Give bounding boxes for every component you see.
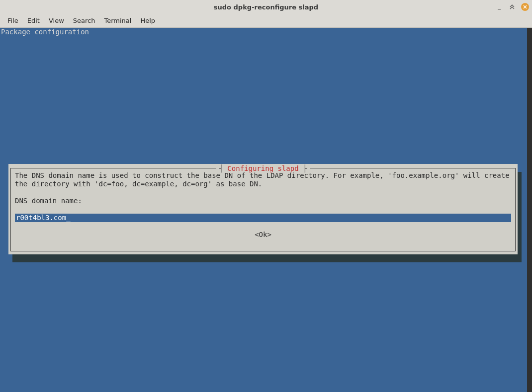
dialog-description: The DNS domain name is used to construct… bbox=[15, 171, 511, 188]
maximize-icon[interactable] bbox=[508, 3, 516, 11]
window-title-bar: sudo dpkg-reconfigure slapd _ bbox=[0, 0, 532, 14]
config-dialog: Configuring slapd The DNS domain name is… bbox=[8, 164, 518, 254]
menu-item-terminal[interactable]: Terminal bbox=[99, 15, 136, 26]
menu-item-search[interactable]: Search bbox=[69, 15, 100, 26]
ok-button[interactable]: <Ok> bbox=[15, 231, 511, 239]
dialog-prompt-label: DNS domain name: bbox=[15, 197, 511, 205]
dns-domain-input[interactable]: r00t4bl3.com bbox=[15, 214, 511, 222]
dialog-title: Configuring slapd bbox=[216, 164, 310, 173]
dialog-frame: Configuring slapd The DNS domain name is… bbox=[10, 168, 516, 251]
close-icon[interactable] bbox=[521, 3, 529, 11]
scrollbar-track[interactable] bbox=[527, 28, 532, 392]
menu-item-edit[interactable]: Edit bbox=[23, 15, 44, 26]
terminal-header-line: Package configuration bbox=[0, 28, 527, 36]
window-controls: _ bbox=[495, 3, 529, 11]
scrollbar-thumb[interactable] bbox=[527, 28, 532, 392]
menu-item-file[interactable]: File bbox=[3, 15, 23, 26]
menu-item-help[interactable]: Help bbox=[136, 15, 160, 26]
window-title: sudo dpkg-reconfigure slapd bbox=[214, 3, 318, 11]
menu-item-view[interactable]: View bbox=[44, 15, 69, 26]
terminal-area[interactable]: Package configuration Configuring slapd … bbox=[0, 28, 532, 392]
menu-bar: File Edit View Search Terminal Help bbox=[0, 14, 532, 28]
minimize-icon[interactable]: _ bbox=[495, 2, 503, 10]
terminal-content: Package configuration Configuring slapd … bbox=[0, 28, 527, 392]
